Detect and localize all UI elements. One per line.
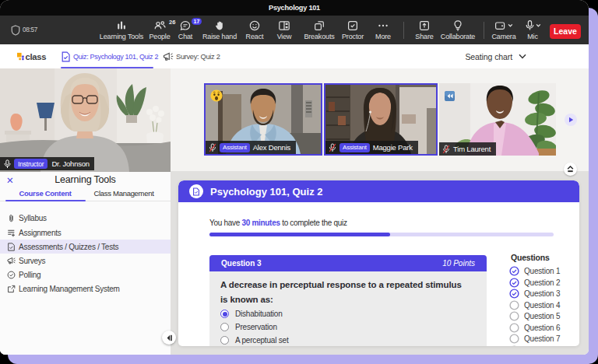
svg-text:class: class (25, 52, 46, 61)
